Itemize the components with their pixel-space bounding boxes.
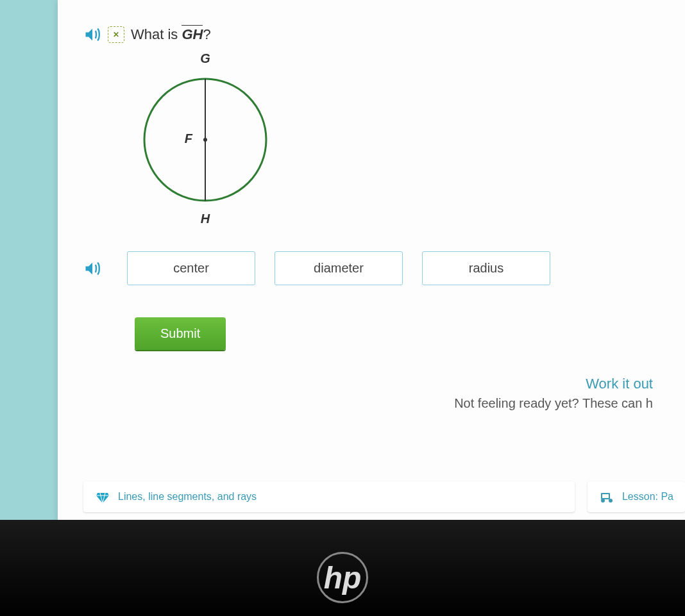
related-lesson-label: Lesson: Pa [622,491,673,503]
segment-label: GH [182,26,203,42]
svg-point-2 [203,138,207,142]
hp-logo: hp [317,552,368,603]
answer-option-center[interactable]: center [127,251,255,285]
question-suffix: ? [203,26,210,42]
answer-option-radius[interactable]: radius [422,251,550,285]
translate-icon[interactable]: ✕ [108,26,124,43]
submit-button[interactable]: Submit [135,317,226,350]
gem-icon [95,489,110,504]
question-prefix: What is [131,26,182,42]
audio-answers-icon[interactable] [83,260,101,278]
answer-option-diameter[interactable]: diameter [275,251,403,285]
answers-row: center diameter radius [83,251,659,285]
related-row: Lines, line segments, and rays Lesson: P… [83,481,685,512]
related-lines-card[interactable]: Lines, line segments, and rays [83,481,575,512]
brand-text: hp [324,560,362,595]
audio-icon[interactable] [83,26,101,44]
question-header: ✕ What is GH? [83,26,659,44]
label-g: G [200,51,210,65]
related-lines-label: Lines, line segments, and rays [118,491,257,503]
svg-rect-5 [602,494,609,498]
label-h: H [201,212,210,226]
related-lesson-card[interactable]: Lesson: Pa [588,481,685,512]
work-it-out-section: Work it out Not feeling ready yet? These… [83,376,659,411]
laptop-bezel: hp [0,520,685,616]
svg-point-6 [609,499,613,503]
lesson-icon [599,489,614,504]
circle-diagram: G F H [141,50,659,232]
svg-marker-3 [96,493,109,503]
svg-point-7 [601,499,605,503]
question-card: ✕ What is GH? G F H center diameter radi… [58,0,685,520]
label-f: F [185,131,193,146]
question-text: What is GH? [131,26,211,43]
work-it-out-subtitle: Not feeling ready yet? These can h [83,396,653,411]
work-it-out-title[interactable]: Work it out [83,376,653,392]
